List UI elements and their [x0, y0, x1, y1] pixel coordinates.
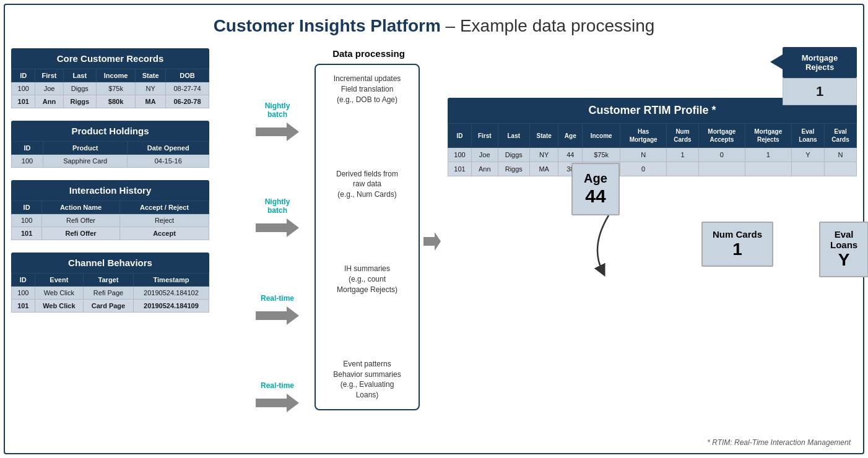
table-row: 100JoeDiggs$75kNY08-27-74: [12, 82, 209, 95]
dp-label: Data processing: [315, 48, 423, 59]
num-cards-callout: Num Cards 1: [701, 222, 773, 267]
core-customer-title: Core Customer Records: [11, 48, 209, 69]
title-normal: – Example data processing: [441, 16, 655, 35]
outer-border: Customer Insights Platform – Example dat…: [4, 4, 864, 454]
age-value: 44: [584, 186, 607, 207]
batch-label-2: Nightlybatch: [265, 197, 290, 215]
svg-marker-4: [423, 232, 441, 251]
rtim-block: Customer RTIM Profile * ID First Last St…: [448, 98, 857, 176]
rtim-col-income: Income: [583, 124, 620, 148]
channel-behaviors-table: ID Event Target Timestamp 100Web ClickRe…: [11, 273, 209, 313]
eval-loans-label: Eval Loans: [830, 229, 857, 250]
col-last: Last: [63, 69, 96, 82]
table-row: 100Sapphire Card04-15-16: [12, 155, 209, 168]
eval-loans-callout: Eval Loans Y: [819, 222, 868, 277]
age-arrow: [584, 215, 633, 280]
col-date-opened: Date Opened: [128, 142, 209, 155]
col-state: State: [136, 69, 166, 82]
right-panel: Mortgage Rejects 1 Customer RTIM Profile…: [441, 42, 857, 441]
dp-item-3: IH summaries(e.g., countMortgage Rejects…: [322, 264, 412, 295]
rtim-col-last: Last: [498, 124, 530, 148]
dp-item-2: Derived fields fromraw data(e.g., Num Ca…: [322, 169, 412, 200]
title-bold: Customer Insights Platform: [214, 16, 441, 35]
table-row: 100Web ClickRefi Page20190524.184102: [12, 287, 209, 300]
rtim-row-2: 101 Ann Riggs MA 38 0: [448, 162, 857, 176]
col-income: Income: [96, 69, 135, 82]
arrow-group-4: Real-time: [256, 381, 299, 412]
mortgage-rejects-callout: Mortgage Rejects 1: [783, 47, 857, 105]
batch-label-1: Nightlybatch: [265, 102, 290, 119]
arrow-right-4: [256, 394, 299, 412]
svg-marker-3: [256, 394, 299, 412]
rtim-col-age: Age: [558, 124, 583, 148]
main-title: Customer Insights Platform – Example dat…: [5, 5, 863, 42]
arrow-group-1: Nightlybatch: [256, 102, 299, 141]
table-row: 101Web ClickCard Page20190524.184109: [12, 300, 209, 313]
channel-behaviors-block: Channel Behaviors ID Event Target Timest…: [11, 253, 209, 313]
data-processing-panel: Data processing Incremental updatesField…: [315, 42, 423, 441]
arrow-right-3: [256, 306, 299, 325]
rtim-col-has-mortgage: HasMortgage: [620, 124, 667, 148]
table-row: 101Refi OfferAccept: [12, 227, 209, 240]
interaction-history-table: ID Action Name Accept / Reject 100Refi O…: [11, 201, 209, 240]
rtim-col-eval-cards: EvalCards: [825, 124, 857, 148]
rtim-col-num-cards: NumCards: [667, 124, 699, 148]
realtime-label-2: Real-time: [261, 381, 294, 390]
col-accept-reject: Accept / Reject: [119, 201, 209, 214]
col-timestamp: Timestamp: [133, 274, 209, 287]
arrow-right-2: [256, 218, 299, 237]
left-panel: Core Customer Records ID First Last Inco…: [11, 42, 240, 441]
arrow-group-3: Real-time: [256, 294, 299, 325]
rtim-col-first: First: [471, 124, 498, 148]
col-first: First: [35, 69, 63, 82]
rtim-col-id: ID: [448, 124, 472, 148]
product-holdings-title: Product Holdings: [11, 121, 209, 141]
num-cards-value: 1: [713, 240, 762, 259]
arrows-panel: Nightlybatch Nightlybatch Real-time: [240, 42, 315, 441]
mortgage-rejects-value: 1: [783, 78, 857, 105]
col-id: ID: [12, 142, 43, 155]
realtime-label-1: Real-time: [261, 294, 294, 303]
col-event: Event: [35, 274, 83, 287]
col-action-name: Action Name: [42, 201, 120, 214]
rtim-table: ID First Last State Age Income HasMortga…: [448, 123, 857, 176]
svg-marker-2: [256, 306, 299, 325]
age-arrow-icon: [584, 215, 633, 277]
mortgage-rejects-label: Mortgage Rejects: [783, 47, 857, 78]
channel-behaviors-title: Channel Behaviors: [11, 253, 209, 273]
svg-marker-1: [256, 218, 299, 237]
age-callout: Age 44: [571, 163, 620, 215]
table-row: 101AnnRiggs$80kMA06-20-78: [12, 95, 209, 108]
product-holdings-table: ID Product Date Opened 100Sapphire Card0…: [11, 141, 209, 168]
dp-item-1: Incremental updatesField translation(e.g…: [322, 74, 412, 105]
core-customer-block: Core Customer Records ID First Last Inco…: [11, 48, 209, 108]
mortgage-rejects-triangle: [770, 54, 783, 69]
arrow-rtim-icon: [423, 232, 441, 251]
arrow-right-1: [256, 123, 299, 141]
interaction-history-title: Interaction History: [11, 180, 209, 201]
rtim-col-eval-loans: EvalLoans: [791, 124, 824, 148]
footnote: * RTIM: Real-Time Interaction Management: [707, 438, 851, 447]
col-target: Target: [84, 274, 134, 287]
dp-item-4: Event patternsBehavior summaries(e.g., E…: [322, 359, 412, 400]
col-id: ID: [12, 274, 35, 287]
product-holdings-block: Product Holdings ID Product Date Opened …: [11, 121, 209, 168]
svg-marker-0: [256, 123, 299, 141]
core-customer-table: ID First Last Income State DOB 100JoeDig…: [11, 69, 209, 108]
rtim-row-1: 100 Joe Diggs NY 44 $75k N 1 0 1 Y N: [448, 148, 857, 162]
table-row: 100Refi OfferReject: [12, 214, 209, 227]
rtim-col-state: State: [530, 124, 558, 148]
age-label: Age: [584, 171, 607, 186]
rtim-col-mortgage-accepts: MortgageAccepts: [698, 124, 745, 148]
col-id: ID: [12, 201, 42, 214]
col-id: ID: [12, 69, 35, 82]
interaction-history-block: Interaction History ID Action Name Accep…: [11, 180, 209, 240]
col-dob: DOB: [166, 69, 209, 82]
arrow-group-2: Nightlybatch: [256, 197, 299, 237]
content-area: Core Customer Records ID First Last Inco…: [5, 42, 863, 441]
eval-loans-value: Y: [830, 250, 857, 270]
dp-box: Incremental updatesField translation(e.g…: [315, 64, 420, 410]
col-product: Product: [43, 142, 128, 155]
arrow-to-rtim: [423, 42, 441, 441]
rtim-col-mortgage-rejects: MortgageRejects: [745, 124, 791, 148]
